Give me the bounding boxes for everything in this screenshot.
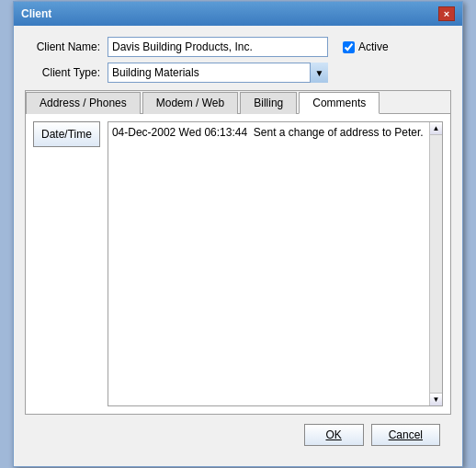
scroll-down-button[interactable]: ▼ (430, 393, 443, 405)
client-name-input[interactable] (108, 37, 328, 57)
client-dialog: Client × Client Name: Active Client Type… (13, 1, 463, 467)
client-name-inputs: Active (108, 37, 451, 57)
window-title: Client (21, 7, 51, 20)
comments-area: Date/Time 04-Dec-2002 Wed 06:13:44 Sent … (33, 121, 443, 406)
comments-textarea-wrapper: 04-Dec-2002 Wed 06:13:44 Sent a change o… (108, 121, 443, 406)
title-bar: Client × (14, 2, 462, 26)
client-type-select[interactable]: Building Materials (108, 63, 328, 83)
scrollbar-track (430, 135, 442, 393)
client-name-row: Client Name: Active (25, 37, 451, 57)
cancel-label: Cancel (389, 428, 423, 441)
active-checkbox[interactable] (343, 41, 355, 53)
scroll-down-icon: ▼ (433, 395, 440, 404)
tab-billing[interactable]: Billing (240, 92, 297, 114)
tabs-header: Address / Phones Modem / Web Billing Com… (26, 91, 450, 114)
scrollbar: ▲ ▼ (429, 122, 442, 405)
client-name-label: Client Name: (25, 40, 108, 53)
active-label: Active (358, 40, 389, 53)
tab-address[interactable]: Address / Phones (26, 92, 141, 114)
scroll-up-icon: ▲ (433, 124, 440, 132)
cancel-button[interactable]: Cancel (371, 424, 440, 446)
active-row: Active (343, 40, 389, 53)
client-type-wrapper: Building Materials ▼ (108, 63, 328, 83)
datetime-button[interactable]: Date/Time (33, 121, 100, 147)
tab-comments[interactable]: Comments (299, 92, 380, 114)
tab-modem[interactable]: Modem / Web (142, 92, 238, 114)
ok-label: OK (325, 428, 341, 441)
close-button[interactable]: × (438, 6, 455, 21)
comments-textarea[interactable]: 04-Dec-2002 Wed 06:13:44 Sent a change o… (108, 122, 429, 405)
footer-buttons: OK Cancel (25, 415, 451, 455)
client-type-row: Client Type: Building Materials ▼ (25, 63, 451, 83)
scroll-up-button[interactable]: ▲ (430, 122, 443, 135)
tabs-container: Address / Phones Modem / Web Billing Com… (25, 90, 451, 415)
client-type-label: Client Type: (25, 66, 108, 79)
window-body: Client Name: Active Client Type: Buildin… (14, 26, 462, 466)
ok-button[interactable]: OK (304, 424, 364, 446)
comments-tab-content: Date/Time 04-Dec-2002 Wed 06:13:44 Sent … (26, 114, 450, 414)
